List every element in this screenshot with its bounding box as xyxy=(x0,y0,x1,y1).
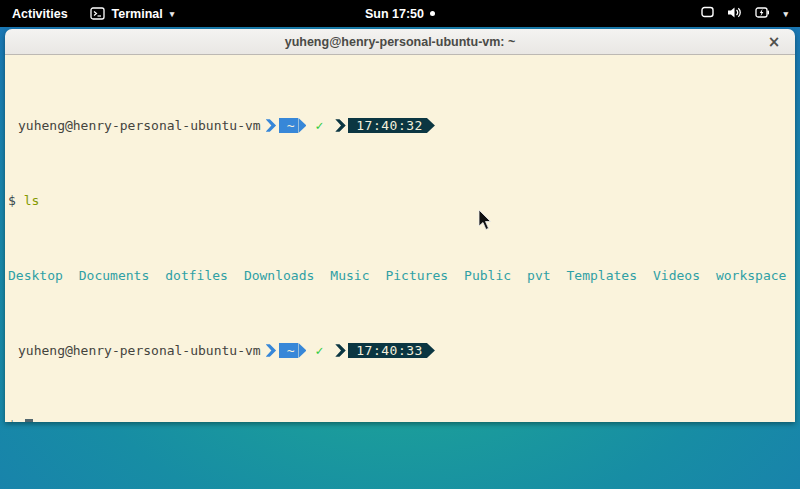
battery-charging-icon xyxy=(755,6,770,22)
clock-label: Sun 17:50 xyxy=(365,7,424,21)
ls-output-line: Desktop Documents dotfiles Downloads Mus… xyxy=(8,268,792,283)
directory-name: Documents xyxy=(79,268,149,283)
directory-name: workspace xyxy=(716,268,786,283)
powerline-arrow-icon xyxy=(427,343,435,358)
command-line: $ ls xyxy=(8,193,792,208)
status-check-icon: ✓ xyxy=(315,343,323,358)
top-bar: Activities Terminal ▾ Sun 17:50 xyxy=(0,0,800,27)
input-line[interactable]: $ xyxy=(8,418,792,422)
directory-name: Downloads xyxy=(244,268,314,283)
powerline-chevron-icon xyxy=(335,118,346,133)
directory-name: pvt xyxy=(527,268,550,283)
window-titlebar[interactable]: yuheng@henry-personal-ubuntu-vm: ~ × xyxy=(5,29,795,55)
screen-icon xyxy=(701,6,714,21)
powerline-chevron-icon xyxy=(266,343,277,358)
prompt-symbol: $ xyxy=(8,418,16,422)
system-tray[interactable]: ▾ xyxy=(689,0,800,27)
prompt-user: yuheng@henry-personal-ubuntu-vm xyxy=(18,118,261,133)
directory-name: Templates xyxy=(567,268,637,283)
prompt-line-2: yuheng@henry-personal-ubuntu-vm ~ ✓ 17:4… xyxy=(8,343,792,358)
powerline-arrow-icon xyxy=(298,343,306,358)
powerline-chevron-icon xyxy=(335,343,346,358)
activities-button[interactable]: Activities xyxy=(0,0,80,27)
clock-button[interactable]: Sun 17:50 xyxy=(357,0,443,27)
time-segment: 17:40:33 xyxy=(348,343,427,358)
status-check-icon: ✓ xyxy=(315,118,323,133)
mouse-pointer-icon xyxy=(478,210,494,232)
directory-name: Desktop xyxy=(8,268,63,283)
terminal-window: yuheng@henry-personal-ubuntu-vm: ~ × yuh… xyxy=(5,29,795,422)
close-button[interactable]: × xyxy=(763,29,785,55)
powerline-arrow-icon xyxy=(298,118,306,133)
notification-dot xyxy=(430,11,435,16)
directory-name: Pictures xyxy=(385,268,448,283)
command-text: ls xyxy=(24,193,40,208)
directory-name: Videos xyxy=(653,268,700,283)
directory-name: dotfiles xyxy=(165,268,228,283)
activities-label: Activities xyxy=(12,7,68,21)
chevron-down-icon: ▾ xyxy=(170,9,175,19)
powerline-chevron-icon xyxy=(266,118,277,133)
terminal-icon xyxy=(90,7,105,20)
cwd-segment: ~ xyxy=(279,343,299,358)
volume-icon xyxy=(727,6,742,22)
prompt-line-1: yuheng@henry-personal-ubuntu-vm ~ ✓ 17:4… xyxy=(8,118,792,133)
directory-name: Public xyxy=(464,268,511,283)
app-menu-terminal[interactable]: Terminal ▾ xyxy=(80,0,185,27)
app-menu-label: Terminal xyxy=(112,7,163,21)
tray-chevron-down-icon: ▾ xyxy=(783,9,788,19)
window-title: yuheng@henry-personal-ubuntu-vm: ~ xyxy=(5,35,795,49)
terminal-cursor xyxy=(25,419,33,422)
powerline-arrow-icon xyxy=(427,118,435,133)
terminal-screen[interactable]: yuheng@henry-personal-ubuntu-vm ~ ✓ 17:4… xyxy=(5,55,795,422)
prompt-symbol: $ xyxy=(8,193,16,208)
time-segment: 17:40:32 xyxy=(348,118,427,133)
directory-name: Music xyxy=(330,268,369,283)
cwd-segment: ~ xyxy=(279,118,299,133)
prompt-user: yuheng@henry-personal-ubuntu-vm xyxy=(18,343,261,358)
